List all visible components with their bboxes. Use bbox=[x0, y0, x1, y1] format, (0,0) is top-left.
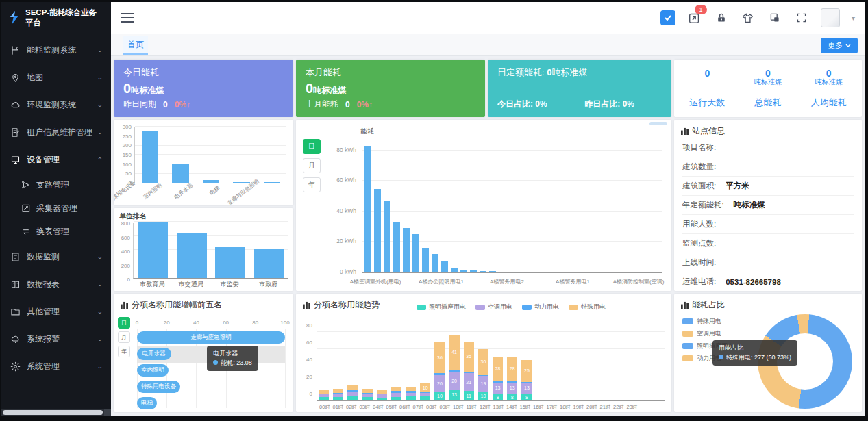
toggle-月[interactable]: 月 bbox=[303, 158, 321, 173]
sidebar-item-2[interactable]: 环境监测系统⌄ bbox=[1, 91, 111, 118]
bar-segment: 8 bbox=[521, 394, 532, 400]
bar: 走廊与应急照明 bbox=[137, 331, 285, 344]
user-menu-caret-icon[interactable]: ▾ bbox=[852, 14, 855, 22]
sidebar-item-label: 能耗监测系统 bbox=[27, 44, 97, 56]
site-info-label: 用能人数: bbox=[682, 219, 716, 229]
fullscreen-icon[interactable] bbox=[794, 10, 809, 25]
sidebar-item-label: 系统管理 bbox=[27, 361, 97, 372]
scrollbar-thumb[interactable] bbox=[3, 410, 103, 415]
axis-category-label: A楼警务用电1 bbox=[538, 278, 607, 285]
sidebar-scrollbar[interactable] bbox=[1, 409, 111, 416]
menu-toggle-icon[interactable] bbox=[121, 10, 134, 25]
chart-energy: 日月年能耗80 kWh60 kWh40 kWh20 kWh0 kWhA楼空调室外… bbox=[296, 120, 671, 291]
site-info-row: 项目名称: bbox=[682, 138, 854, 157]
bar-segment: 11 bbox=[464, 391, 474, 400]
dashboard-content: 今日能耗 0吨标准煤 昨日同期 0 0%↑ 本月能耗 0吨标准煤 上月能耗 0 … bbox=[111, 56, 865, 416]
legend-item-2[interactable]: 动力用电 bbox=[522, 303, 559, 311]
grid-line bbox=[285, 329, 286, 408]
device-icon bbox=[10, 154, 21, 165]
yesterday-ratio-label: 昨日占比: bbox=[584, 99, 620, 109]
card-value: 0 bbox=[306, 81, 313, 96]
legend-item-0[interactable]: 特殊用电 bbox=[682, 317, 734, 326]
folder-icon bbox=[10, 306, 21, 317]
summary-stats-card: 0运行天数0吨标准煤总能耗0吨标准煤人均能耗 bbox=[674, 60, 862, 117]
stat-value: 0 bbox=[704, 68, 710, 79]
toggle-月[interactable]: 月 bbox=[118, 331, 130, 343]
logo-icon bbox=[8, 11, 21, 25]
sidebar-subitem-2[interactable]: 换表管理 bbox=[1, 220, 111, 243]
legend-label: 空调用电 bbox=[488, 303, 512, 311]
app-logo[interactable]: SECP-能耗综合业务平台 bbox=[1, 2, 111, 34]
energy-pie-chart-card: 能耗占比特殊用电空调用电照明插座用电动力用电用能占比特殊用电: 277 (50.… bbox=[674, 294, 862, 412]
more-button[interactable]: 更多 bbox=[821, 38, 858, 53]
sidebar-item-3[interactable]: 租户信息维护管理⌄ bbox=[1, 118, 111, 146]
legend-item-3[interactable]: 特殊用电 bbox=[569, 303, 606, 311]
scrollbar-thumb[interactable] bbox=[649, 122, 667, 125]
bar-segment bbox=[347, 396, 358, 400]
bar: 电开水器 bbox=[137, 348, 171, 360]
toggle-日[interactable]: 日 bbox=[118, 317, 130, 329]
data-doc-icon bbox=[10, 251, 21, 262]
bar-segment: 13 bbox=[507, 383, 517, 394]
axis-category-label: 11时 bbox=[467, 404, 477, 411]
axis-tick-label: 200 bbox=[114, 142, 132, 149]
sidebar-item-label: 设备管理 bbox=[27, 154, 97, 166]
chevron-down-icon: ⌄ bbox=[97, 336, 103, 342]
sidebar-item-0[interactable]: 能耗监测系统⌄ bbox=[1, 36, 111, 64]
sidebar-item-9[interactable]: 系统管理⌄ bbox=[1, 353, 111, 380]
axis-category-label: 室内照明 bbox=[142, 181, 164, 201]
sidebar-item-8[interactable]: 系统报警⌄ bbox=[1, 325, 111, 353]
axis-category-label: 02时 bbox=[346, 404, 357, 411]
tab-home[interactable]: 首页 bbox=[123, 36, 148, 55]
avatar[interactable] bbox=[821, 8, 840, 27]
copy-layers-icon[interactable] bbox=[767, 10, 782, 25]
card-value: 0 bbox=[123, 81, 131, 96]
file-edit-icon bbox=[10, 127, 21, 138]
axis-category-label: 03时 bbox=[360, 404, 371, 411]
sidebar-item-7[interactable]: 其他管理⌄ bbox=[1, 298, 111, 325]
sidebar-item-6[interactable]: 数据报表⌄ bbox=[1, 270, 111, 298]
site-info-row: 建筑面积:平方米 bbox=[682, 177, 854, 196]
stacked-bar: 101930 bbox=[478, 349, 488, 400]
site-info-label: 监测点数: bbox=[682, 238, 716, 248]
legend-item-1[interactable]: 空调用电 bbox=[475, 303, 512, 311]
flag-icon bbox=[10, 44, 21, 55]
sidebar-item-4[interactable]: 设备管理⌃ bbox=[1, 146, 111, 173]
report-icon bbox=[10, 279, 21, 290]
sidebar-subitem-label: 支路管理 bbox=[36, 179, 69, 191]
grid-line bbox=[362, 211, 662, 212]
scrollbar-arrow[interactable] bbox=[104, 409, 111, 416]
axis-category-label: 10时 bbox=[453, 404, 464, 411]
axis-category-label: 22时 bbox=[613, 404, 624, 411]
toggle-年[interactable]: 年 bbox=[118, 346, 130, 357]
legend-item-1[interactable]: 空调用电 bbox=[682, 329, 734, 338]
legend-item-0[interactable]: 照明插座用电 bbox=[417, 303, 466, 311]
lock-icon[interactable] bbox=[714, 10, 729, 25]
grid-line bbox=[317, 366, 665, 366]
bar-segment: 8 bbox=[493, 394, 503, 400]
notification-icon[interactable]: 1 bbox=[687, 10, 702, 25]
tooltip: 电开水器能耗: 23.08 bbox=[207, 346, 258, 371]
site-info-row: 上线时间: bbox=[682, 253, 854, 272]
site-info-row: 用能人数: bbox=[682, 215, 854, 234]
theme-select-icon[interactable] bbox=[660, 10, 675, 25]
sidebar-item-label: 数据监测 bbox=[27, 251, 97, 263]
stacked-bar bbox=[333, 389, 343, 401]
bar bbox=[138, 222, 168, 278]
chevron-down-icon: ⌄ bbox=[97, 75, 103, 81]
skin-theme-icon[interactable] bbox=[741, 10, 756, 25]
site-info-label: 运维电话: bbox=[682, 277, 716, 287]
axis-tick-label: 300 bbox=[114, 124, 132, 130]
sidebar-subitem-0[interactable]: 支路管理 bbox=[1, 173, 111, 196]
sidebar-item-5[interactable]: 数据监测⌄ bbox=[1, 243, 111, 270]
axis-category-label: 23时 bbox=[627, 404, 638, 411]
sidebar-subitem-1[interactable]: 采集器管理 bbox=[1, 196, 111, 220]
sidebar-item-1[interactable]: 地图⌄ bbox=[1, 64, 111, 91]
axis-category-label: 市监委 bbox=[210, 280, 249, 289]
bar-segment: 10 bbox=[434, 392, 445, 401]
legend-label: 照明插座用电 bbox=[429, 303, 466, 311]
bar bbox=[254, 249, 284, 278]
stat-unit: 吨标准煤 bbox=[815, 77, 843, 87]
panel-title-text: 能耗占比 bbox=[692, 299, 725, 311]
axis-category-label: 07时 bbox=[413, 404, 424, 411]
